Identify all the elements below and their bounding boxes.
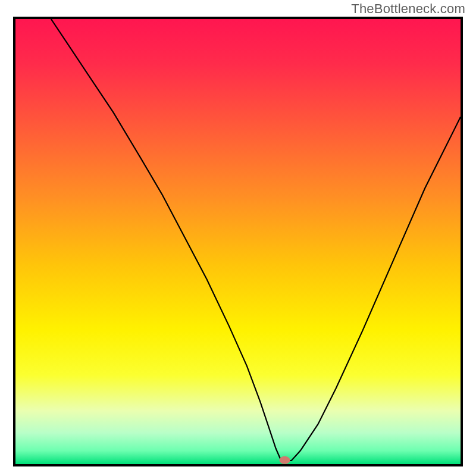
chart-frame: TheBottleneck.com <box>0 0 476 476</box>
curve-layer <box>15 19 461 464</box>
optimal-point-marker <box>280 456 290 464</box>
watermark-text: TheBottleneck.com <box>351 1 465 17</box>
plot-area <box>13 17 463 466</box>
bottleneck-curve <box>51 19 461 461</box>
